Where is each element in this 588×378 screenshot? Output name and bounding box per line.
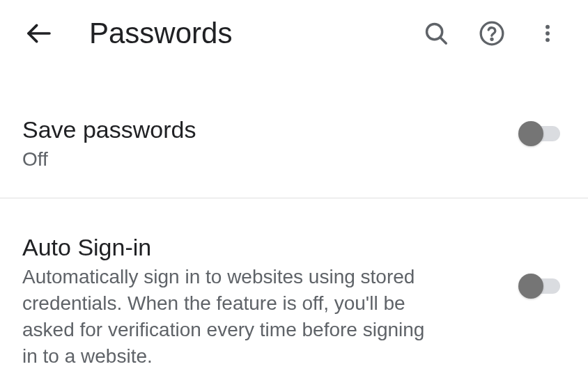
search-button[interactable] — [421, 18, 451, 49]
more-vert-icon — [536, 22, 559, 45]
settings-list: Save passwords Off Auto Sign-in Automati… — [0, 67, 588, 378]
help-icon — [478, 19, 506, 47]
auto-signin-setting[interactable]: Auto Sign-in Automatically sign in to we… — [0, 198, 588, 378]
setting-text: Save passwords Off — [22, 114, 518, 173]
save-passwords-toggle[interactable] — [518, 121, 566, 146]
more-button[interactable] — [532, 18, 563, 49]
setting-title: Auto Sign-in — [22, 232, 502, 262]
svg-point-7 — [546, 38, 550, 42]
save-passwords-setting[interactable]: Save passwords Off — [0, 102, 588, 198]
setting-title: Save passwords — [22, 114, 502, 145]
svg-point-6 — [546, 31, 550, 36]
auto-signin-toggle[interactable] — [518, 274, 566, 299]
header-actions — [421, 18, 566, 49]
setting-subtitle: Off — [22, 146, 502, 173]
toggle-thumb — [518, 121, 543, 146]
svg-line-2 — [440, 38, 447, 44]
search-icon — [423, 20, 449, 47]
toggle-thumb — [518, 274, 543, 299]
setting-description: Automatically sign in to websites using … — [22, 264, 426, 369]
help-button[interactable] — [477, 18, 507, 49]
page-title: Passwords — [89, 17, 421, 50]
arrow-left-icon — [25, 19, 53, 47]
header: Passwords — [0, 0, 588, 67]
back-button[interactable] — [22, 17, 56, 50]
setting-text: Auto Sign-in Automatically sign in to we… — [22, 232, 518, 369]
svg-point-5 — [546, 25, 550, 29]
svg-point-4 — [491, 38, 493, 40]
